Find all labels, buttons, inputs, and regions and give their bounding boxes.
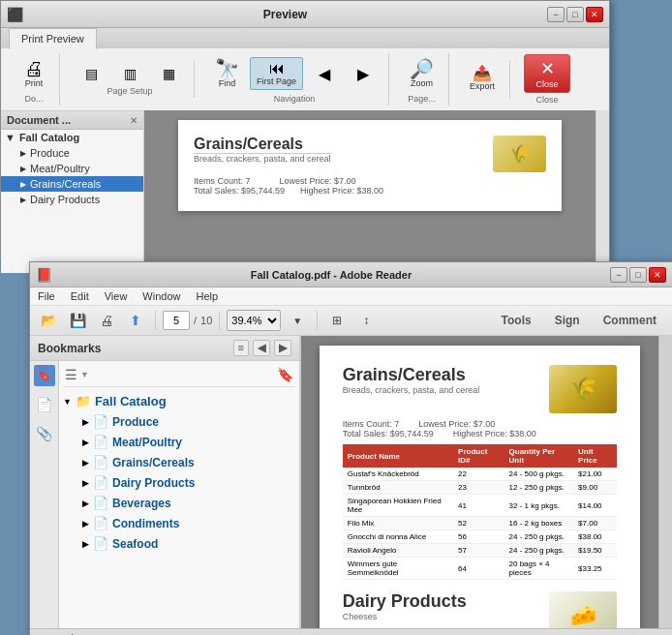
bm-toolbar-left: ☰ ▼ xyxy=(65,367,89,382)
bm-meat-expand: ▶ xyxy=(82,438,89,447)
tb-rotate[interactable]: ↕ xyxy=(353,309,379,332)
ribbon-group-page-setup: ▤ ▥ ▦ Page Setup xyxy=(66,61,195,98)
preview-section-info: Grains/Cereals Breads, crackers, pasta, … xyxy=(194,136,331,164)
ribbon-export-buttons: 📤 Export xyxy=(463,62,502,95)
bookmark-icon-btn[interactable]: 🔖 xyxy=(34,365,55,386)
bm-options-button[interactable]: ≡ xyxy=(233,340,249,356)
bm-item-grains[interactable]: ▶ 📄 Grains/Cereals xyxy=(63,452,295,472)
sign-button[interactable]: Sign xyxy=(545,311,590,330)
zoom-button[interactable]: 🔎 Zoom xyxy=(403,55,441,92)
bm-cond-expand: ▶ xyxy=(82,519,89,529)
grains-col-product-name: Product Name xyxy=(343,444,453,468)
bm-item-produce[interactable]: ▶ 📄 Produce xyxy=(63,411,295,432)
tools-button[interactable]: Tools xyxy=(492,311,541,330)
tree-item-meat-poultry[interactable]: ▶ Meat/Poultry xyxy=(1,161,143,176)
menu-edit[interactable]: Edit xyxy=(71,290,89,302)
tb-open-button[interactable]: 📂 xyxy=(36,309,61,332)
clip-icon-btn[interactable]: 📎 xyxy=(34,423,55,444)
pdf-scrollbar[interactable] xyxy=(658,336,672,628)
bm-bookmark-add-icon[interactable]: 🔖 xyxy=(277,367,293,382)
page-setup-btn1[interactable]: ▤ xyxy=(74,63,108,84)
nav-next-button[interactable]: ▶ xyxy=(346,61,381,87)
preview-page: Grains/Cereals Breads, crackers, pasta, … xyxy=(178,120,562,211)
preview-close-button[interactable]: ✕ xyxy=(586,7,603,22)
tree-label-meat: Meat/Poultry xyxy=(30,163,90,174)
preview-window-title: Preview xyxy=(23,8,547,21)
ribbon-group-navigation: 🔭 Find ⏮ First Page ◀ ▶ Navigation xyxy=(200,53,389,106)
table-row: Wimmers gute Semmelknödel6420 bags × 4 p… xyxy=(343,558,618,580)
menu-file[interactable]: File xyxy=(38,290,55,302)
nav-prev-button[interactable]: ◀ xyxy=(307,61,342,87)
menu-window[interactable]: Window xyxy=(142,290,180,302)
icon-rail: 🔖 📄 📎 xyxy=(30,361,59,628)
zoom-label: Zoom xyxy=(411,78,433,88)
bm-collapse-button[interactable]: ▶ xyxy=(274,340,291,356)
bm-item-meat[interactable]: ▶ 📄 Meat/Poultry xyxy=(63,432,295,452)
reader-minimize-button[interactable]: − xyxy=(610,267,627,283)
preview-scrollbar[interactable] xyxy=(596,110,609,273)
bm-item-seafood[interactable]: ▶ 📄 Seafood xyxy=(63,533,295,554)
grains-stat-row-2: Total Sales: $95,744.59 Highest Price: $… xyxy=(343,429,618,438)
reader-maximize-button[interactable]: □ xyxy=(629,267,647,283)
toolbar-divider-1 xyxy=(155,311,156,330)
find-button[interactable]: 🔭 Find xyxy=(208,55,246,92)
grains-total-sales: Total Sales: $95,744.59 xyxy=(343,429,434,438)
bookmarks-panel: Bookmarks ≡ ◀ ▶ 🔖 📄 📎 xyxy=(30,336,301,628)
page-setup-btn3[interactable]: ▦ xyxy=(151,63,186,84)
bm-dairy-label: Dairy Products xyxy=(112,476,195,490)
tree-item-dairy[interactable]: ▶ Dairy Products xyxy=(1,192,143,207)
preview-logo-icon: ⬛ xyxy=(7,7,23,22)
tb-save-button[interactable]: 💾 xyxy=(65,309,90,332)
ribbon-do-buttons: 🖨 Print xyxy=(16,55,51,92)
first-page-button[interactable]: ⏮ First Page xyxy=(250,57,303,90)
tb-upload-button[interactable]: ⬆ xyxy=(123,309,148,332)
export-button[interactable]: 📤 Export xyxy=(463,62,502,95)
reader-logo-icon: 📕 xyxy=(36,267,52,283)
ribbon-tabs: Print Preview xyxy=(1,28,609,48)
table-row: Gnocchi di nonna Alice5624 - 250 g pkgs.… xyxy=(343,530,618,544)
preview-items-count: Items Count: 7 xyxy=(194,176,251,186)
reader-close-button[interactable]: ✕ xyxy=(649,267,666,283)
tb-fit-page[interactable]: ⊞ xyxy=(324,309,350,332)
table-row: Tunnbröd2312 - 250 g pkgs.$9.00 xyxy=(343,481,618,495)
bm-root-item[interactable]: ▼ 📁 Fall Catalog xyxy=(63,391,295,411)
find-label: Find xyxy=(219,78,236,88)
bm-arrow-icon[interactable]: ▼ xyxy=(80,370,89,382)
tree-item-produce[interactable]: ▶ Produce xyxy=(1,145,143,161)
menu-help[interactable]: Help xyxy=(196,290,218,302)
tb-print-button[interactable]: 🖨 xyxy=(94,309,119,332)
panel-area: Document ... ✕ ▼ Fall Catalog ▶ Produce … xyxy=(1,110,609,273)
grains-items-count: Items Count: 7 xyxy=(343,419,400,429)
bm-item-condiments[interactable]: ▶ 📄 Condiments xyxy=(63,513,295,533)
panel-close-button[interactable]: ✕ xyxy=(130,115,137,126)
page-setup-btn2[interactable]: ▥ xyxy=(112,63,147,84)
preview-maximize-button[interactable]: □ xyxy=(566,7,584,22)
bm-expand-button[interactable]: ◀ xyxy=(253,340,270,356)
bm-list-icon[interactable]: ☰ xyxy=(65,367,77,382)
first-page-label: First Page xyxy=(257,76,296,86)
menu-view[interactable]: View xyxy=(105,290,128,302)
pdf-content-area[interactable]: Grains/Cereals Breads, crackers, pasta, … xyxy=(301,336,658,628)
page-icon-btn[interactable]: 📄 xyxy=(34,394,55,415)
close-preview-button[interactable]: ✕ Close xyxy=(524,54,570,93)
preview-total-sales: Total Sales: $95,744.59 xyxy=(194,186,285,196)
zoom-select[interactable]: 39.4% 50% 75% 100% xyxy=(227,310,281,331)
page-number-input[interactable] xyxy=(163,311,190,330)
tree-root-item[interactable]: ▼ Fall Catalog xyxy=(1,130,143,145)
toolbar-divider-2 xyxy=(219,311,220,330)
bm-item-beverages[interactable]: ▶ 📄 Beverages xyxy=(63,493,295,513)
tree-item-grains[interactable]: ▶ Grains/Cereals xyxy=(1,176,143,192)
pdf-page: Grains/Cereals Breads, crackers, pasta, … xyxy=(320,346,641,628)
preview-minimize-button[interactable]: − xyxy=(547,7,565,22)
bm-sea-expand: ▶ xyxy=(82,539,89,549)
tab-print-preview[interactable]: Print Preview xyxy=(9,28,97,49)
tree-arrow-meat: ▶ xyxy=(20,165,26,173)
grains-section-sub: Breads, crackers, pasta, and cereal xyxy=(343,385,480,395)
reader-statusbar: Page 5 of 10 xyxy=(30,628,672,635)
bm-produce-icon: 📄 xyxy=(93,414,108,429)
tb-zoom-down[interactable]: ▼ xyxy=(285,309,310,332)
ribbon-group-zoom: 🔎 Zoom Page... xyxy=(395,53,449,106)
bm-item-dairy[interactable]: ▶ 📄 Dairy Products xyxy=(63,472,295,493)
comment-button[interactable]: Comment xyxy=(594,311,666,330)
print-button[interactable]: 🖨 Print xyxy=(16,55,51,92)
